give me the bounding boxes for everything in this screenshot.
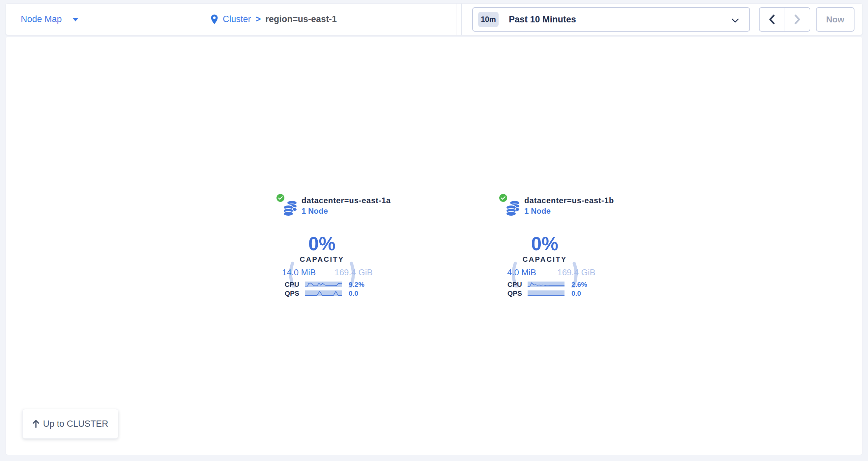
breadcrumb-separator: > — [256, 14, 261, 24]
database-stack-icon — [505, 200, 521, 216]
datacenter-card-us-east-1a[interactable]: datacenter=us-east-1a 1 Node 0% CAPACITY… — [270, 193, 409, 303]
node-map-page: Node Map Cluster > region=us-east-1 10m … — [0, 0, 868, 461]
time-range-label: Past 10 Minutes — [509, 14, 576, 25]
up-to-cluster-button[interactable]: Up to CLUSTER — [23, 409, 118, 439]
cpu-label: CPU — [270, 282, 299, 288]
qps-value: 0.0 — [571, 290, 581, 296]
chevron-left-icon — [769, 14, 775, 24]
capacity-caption: CAPACITY — [510, 255, 580, 264]
header-divider — [461, 4, 462, 35]
datacenter-node-count: 1 Node — [302, 206, 328, 216]
time-back-button[interactable] — [760, 8, 785, 31]
header-bar: Node Map Cluster > region=us-east-1 10m … — [5, 3, 863, 35]
datacenter-title: datacenter=us-east-1a — [302, 196, 391, 205]
caret-down-icon — [72, 17, 79, 22]
cpu-sparkline — [305, 282, 342, 287]
time-range-badge: 10m — [478, 12, 499, 27]
database-stack-icon — [283, 200, 298, 216]
datacenter-node-count: 1 Node — [524, 206, 551, 216]
chevron-down-icon — [732, 19, 739, 23]
qps-sparkline — [528, 290, 564, 296]
capacity-percent: 0% — [287, 234, 357, 253]
cpu-sparkline — [528, 282, 564, 287]
location-pin-icon — [211, 14, 218, 25]
chevron-right-icon — [795, 14, 800, 24]
breadcrumb-current: region=us-east-1 — [265, 14, 337, 24]
capacity-percent: 0% — [510, 234, 580, 253]
breadcrumb-link-cluster[interactable]: Cluster — [223, 14, 251, 24]
breadcrumb: Cluster > region=us-east-1 — [211, 4, 337, 35]
time-range-dropdown[interactable]: 10m Past 10 Minutes — [472, 7, 750, 32]
now-button[interactable]: Now — [816, 7, 855, 32]
cpu-label: CPU — [493, 282, 522, 288]
datacenter-title: datacenter=us-east-1b — [524, 196, 614, 205]
qps-label: QPS — [493, 290, 522, 296]
up-to-cluster-label: Up to CLUSTER — [43, 419, 108, 429]
qps-label: QPS — [270, 290, 299, 296]
time-forward-button[interactable] — [785, 8, 810, 31]
cpu-value: 2.6% — [571, 282, 587, 288]
view-selector-dropdown[interactable]: Node Map — [21, 4, 79, 35]
qps-sparkline — [305, 290, 342, 296]
arrow-up-icon — [32, 420, 39, 428]
header-divider — [456, 4, 457, 35]
node-map-canvas — [5, 37, 863, 455]
capacity-used: 14.0 MiB — [273, 267, 325, 277]
capacity-total: 169.4 GiB — [327, 267, 380, 277]
datacenter-card-us-east-1b[interactable]: datacenter=us-east-1b 1 Node 0% CAPACITY… — [493, 193, 631, 303]
view-selector-label: Node Map — [21, 14, 62, 24]
capacity-total: 169.4 GiB — [550, 267, 603, 277]
qps-value: 0.0 — [349, 290, 358, 296]
time-nav-group — [759, 7, 810, 32]
capacity-caption: CAPACITY — [287, 255, 357, 264]
check-circle-icon — [276, 193, 285, 202]
check-circle-icon — [499, 193, 508, 202]
cpu-value: 9.2% — [349, 282, 365, 288]
capacity-used: 4.0 MiB — [495, 267, 548, 277]
